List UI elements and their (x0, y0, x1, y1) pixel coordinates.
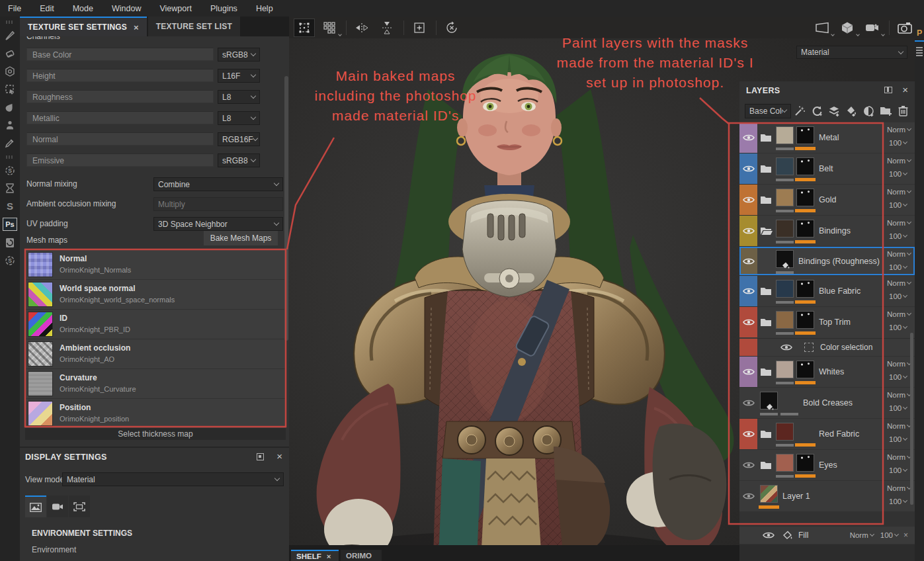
layer-content-thumbnail[interactable] (776, 220, 794, 237)
clone-tool-icon[interactable] (0, 116, 20, 134)
layer-thumbnail-slot[interactable] (776, 279, 794, 304)
visibility-eye-icon[interactable] (739, 492, 757, 500)
channel-format-dropdown[interactable]: L8 (218, 90, 260, 104)
delete-layer-trash-icon[interactable] (894, 103, 911, 119)
layer-content-thumbnail[interactable] (776, 250, 794, 268)
layer-thumbnail-slot[interactable] (776, 453, 794, 478)
layer-content-thumbnail[interactable] (760, 392, 778, 410)
visibility-eye-icon[interactable] (759, 531, 777, 539)
channel-name-field[interactable]: Base Color (26, 48, 214, 61)
add-layer-icon[interactable] (825, 103, 843, 119)
tab-texture-set-settings[interactable]: TEXTURE SET SETTINGS × (20, 17, 147, 36)
layer-mask-thumbnail[interactable] (796, 126, 814, 144)
blend-mode-dropdown[interactable]: Norm (850, 531, 874, 539)
screenshot-camera-icon[interactable] (895, 19, 915, 36)
layer-thumbnail-slot[interactable] (760, 484, 778, 509)
layer-content-thumbnail[interactable] (776, 189, 794, 206)
layer-mask-slot[interactable] (796, 310, 814, 335)
visibility-eye-icon[interactable] (739, 165, 757, 173)
mesh-map-row[interactable]: Position OrimoKnight_position (25, 399, 286, 428)
channel-name-field[interactable]: Roughness (26, 90, 214, 103)
layer-mask-slot[interactable] (796, 279, 814, 304)
opacity-dropdown[interactable]: 100 (889, 201, 907, 209)
layer-thumbnail-slot[interactable] (776, 359, 794, 384)
projection-tool-icon[interactable] (0, 62, 20, 80)
layer-row[interactable]: Bindings Norm 100 (739, 216, 915, 246)
opacity-dropdown[interactable]: 100 (889, 466, 907, 474)
layer-thumbnail-slot[interactable] (760, 390, 778, 415)
material-picker-tool-icon[interactable] (0, 134, 20, 151)
close-tab-icon[interactable]: × (327, 552, 331, 560)
paint-brush-tool-icon[interactable] (0, 26, 20, 44)
transform-tool-icon[interactable] (294, 19, 314, 36)
tab-texture-set-list[interactable]: TEXTURE SET LIST (148, 17, 240, 36)
remove-layer-icon[interactable]: × (903, 531, 908, 540)
menu-item[interactable]: Mode (63, 4, 103, 13)
layer-mask-thumbnail[interactable] (796, 311, 814, 329)
menu-item[interactable]: Edit (30, 4, 63, 13)
blend-mode-dropdown[interactable]: Norm (887, 360, 911, 368)
toolbar-drag-handle[interactable] (6, 21, 14, 24)
layer-mask-slot[interactable] (796, 156, 814, 181)
layer-thumbnail-slot[interactable] (776, 125, 794, 150)
opacity-dropdown[interactable]: 100 (880, 531, 898, 539)
visibility-eye-icon[interactable] (739, 430, 757, 438)
layer-mask-slot[interactable] (796, 421, 814, 447)
layer-mask-thumbnail[interactable] (796, 189, 814, 206)
panel-scrollbar[interactable] (284, 76, 288, 341)
layer-row[interactable]: Top Trim Norm 100 Color selection (739, 307, 915, 356)
polygon-fill-tool-icon[interactable] (0, 80, 20, 98)
close-panel-icon[interactable]: × (276, 451, 282, 462)
blend-mode-dropdown[interactable]: Norm (887, 250, 911, 258)
uv-padding-dropdown[interactable]: 3D Space Neighbor (153, 217, 283, 231)
layer-content-thumbnail[interactable] (776, 311, 794, 329)
layer-content-thumbnail[interactable] (776, 126, 794, 144)
visibility-eye-icon[interactable] (739, 461, 757, 469)
visibility-eye-icon[interactable] (739, 257, 757, 265)
mesh-display-cube-icon[interactable] (837, 19, 857, 36)
layer-thumbnail-slot[interactable] (776, 421, 794, 447)
opacity-dropdown[interactable]: 100 (889, 324, 907, 331)
layer-content-thumbnail[interactable] (776, 157, 794, 175)
opacity-dropdown[interactable]: 100 (889, 292, 907, 300)
blend-mode-dropdown[interactable]: Norm (887, 157, 911, 165)
layer-thumbnail-slot[interactable] (776, 310, 794, 335)
opacity-dropdown[interactable]: 100 (889, 263, 907, 271)
layer-content-thumbnail[interactable] (776, 280, 794, 298)
normal-mixing-dropdown[interactable]: Combine (153, 177, 283, 191)
menu-item[interactable]: Viewport (150, 4, 200, 13)
layer-thumbnail-slot[interactable] (776, 218, 794, 243)
blend-mode-dropdown[interactable]: Norm (887, 188, 911, 196)
symmetry-x-icon[interactable] (352, 19, 372, 36)
channel-filter-dropdown[interactable]: Base Colo (745, 104, 791, 118)
layer-row[interactable]: Bindings (Roughness) Norm 100 (739, 247, 915, 275)
substance-gear-plugin-icon[interactable]: S (0, 161, 20, 179)
layer-mask-thumbnail[interactable] (796, 361, 814, 378)
opacity-dropdown[interactable]: 100 (889, 232, 907, 240)
visibility-eye-icon[interactable] (777, 343, 795, 351)
tab-shelf[interactable]: SHELF × (291, 550, 339, 561)
channel-name-field[interactable]: Metallic (26, 111, 214, 124)
menu-item[interactable]: Window (103, 4, 150, 13)
layer-row[interactable]: Layer 1 Norm 100 (739, 481, 915, 511)
blend-mode-dropdown[interactable]: Norm (887, 219, 911, 227)
add-folder-icon[interactable] (877, 103, 894, 119)
layer-mask-slot[interactable] (796, 218, 814, 243)
add-smart-material-icon[interactable] (808, 103, 825, 119)
layer-mask-slot[interactable] (796, 453, 814, 478)
blend-mode-dropdown[interactable]: Norm (887, 391, 911, 399)
layer-mask-slot[interactable] (780, 390, 798, 415)
toolbar-drag-handle[interactable] (6, 155, 14, 159)
eraser-tool-icon[interactable] (0, 44, 20, 62)
layer-content-thumbnail[interactable] (776, 454, 794, 472)
mesh-map-row[interactable]: ID OrimoKnight_PBR_ID (25, 310, 286, 339)
mesh-map-row[interactable]: Curvature OrimoKnight_Curvature (25, 369, 286, 398)
layer-mask-thumbnail[interactable] (796, 280, 814, 298)
tiling-mode-icon[interactable] (319, 19, 339, 36)
menu-item[interactable]: Help (247, 4, 282, 13)
layer-content-thumbnail[interactable] (760, 485, 778, 503)
mesh-map-row[interactable]: Normal OrimoKnight_Normals (25, 250, 286, 279)
layer-row[interactable]: Bold Creases Norm 100 (739, 388, 915, 418)
tab-environment-settings[interactable] (25, 496, 46, 517)
layer-mask-thumbnail[interactable] (796, 157, 814, 175)
